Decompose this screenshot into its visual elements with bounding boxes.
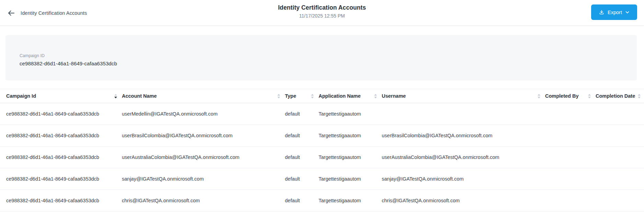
table-row: ce988382-d6d1-46a1-8649-cafaa6353dcbchri…: [0, 190, 644, 212]
table-cell: userMedellin@IGATestQA.onmicrosoft.com: [122, 111, 285, 117]
column-header-label: Username: [382, 93, 406, 99]
table-cell: chris@IGATestQA.onmicrosoft.com: [122, 198, 285, 203]
column-header-username[interactable]: Username: [382, 93, 545, 99]
sort-icon[interactable]: [112, 94, 117, 98]
table-row: ce988382-d6d1-46a1-8649-cafaa6353dcbuser…: [0, 125, 644, 147]
export-button-label: Export: [608, 10, 622, 15]
table-cell: userAustraliaColombia@IGATestQA.onmicros…: [382, 154, 545, 160]
table-cell: ce988382-d6d1-46a1-8649-cafaa6353dcb: [6, 133, 122, 138]
campaign-id-label: Campaign ID: [20, 53, 637, 58]
column-header-completion-date[interactable]: Completion Date: [596, 93, 644, 99]
table-body: ce988382-d6d1-46a1-8649-cafaa6353dcbuser…: [0, 103, 644, 212]
table-cell: sanjay@IGATestQA.onmicrosoft.com: [122, 176, 285, 182]
column-header-label: Type: [285, 93, 296, 99]
column-header-label: Application Name: [319, 93, 360, 99]
table-cell: ce988382-d6d1-46a1-8649-cafaa6353dcb: [6, 154, 122, 160]
sort-icon[interactable]: [275, 94, 280, 98]
column-header-label: Completed By: [545, 93, 579, 99]
sort-icon[interactable]: [585, 94, 591, 98]
column-header-type[interactable]: Type: [285, 93, 319, 99]
table-cell: default: [285, 111, 319, 117]
back-arrow-icon[interactable]: [8, 10, 15, 16]
sort-icon[interactable]: [635, 94, 641, 98]
table-cell: userBrasilColombia@IGATestQA.onmicrosoft…: [382, 133, 545, 138]
page-timestamp: 11/17/2025 12:55 PM: [278, 13, 366, 19]
table-cell: default: [285, 176, 319, 182]
table-cell: Targettestigaautom: [319, 154, 382, 160]
table-cell: Targettestigaautom: [319, 176, 382, 182]
campaign-summary-panel: Campaign ID ce988382-d6d1-46a1-8649-cafa…: [5, 35, 637, 80]
table-cell: sanjay@IGATestQA.onmicrosoft.com: [382, 176, 545, 182]
breadcrumb-label: Identity Certification Accounts: [21, 10, 87, 16]
download-icon: [599, 10, 604, 15]
accounts-table: Campaign IdAccount NameTypeApplication N…: [0, 89, 644, 212]
column-header-campaign-id[interactable]: Campaign Id: [6, 93, 122, 99]
table-row: ce988382-d6d1-46a1-8649-cafaa6353dcbuser…: [0, 147, 644, 168]
column-header-completed-by[interactable]: Completed By: [545, 93, 596, 99]
table-cell: ce988382-d6d1-46a1-8649-cafaa6353dcb: [6, 111, 122, 117]
column-header-application-name[interactable]: Application Name: [319, 93, 382, 99]
title-block: Identity Certification Accounts 11/17/20…: [278, 4, 366, 19]
table-cell: Targettestigaautom: [319, 198, 382, 203]
table-cell: userAustraliaColombia@IGATestQA.onmicros…: [122, 154, 285, 160]
table-cell: Targettestigaautom: [319, 111, 382, 117]
campaign-id-value: ce988382-d6d1-46a1-8649-cafaa6353dcb: [20, 61, 637, 66]
column-header-account-name[interactable]: Account Name: [122, 93, 285, 99]
table-cell: default: [285, 198, 319, 203]
column-header-label: Completion Date: [596, 93, 635, 99]
page-title: Identity Certification Accounts: [278, 4, 366, 11]
table-cell: userBrasilColombia@IGATestQA.onmicrosoft…: [122, 133, 285, 138]
table-row: ce988382-d6d1-46a1-8649-cafaa6353dcbuser…: [0, 103, 644, 125]
sort-icon[interactable]: [308, 94, 314, 98]
table-cell: Targettestigaautom: [319, 133, 382, 138]
sort-icon[interactable]: [371, 94, 377, 98]
table-cell: default: [285, 133, 319, 138]
export-button[interactable]: Export: [591, 4, 637, 20]
chevron-down-icon: [625, 11, 629, 14]
sort-icon[interactable]: [535, 94, 540, 98]
top-bar: Identity Certification Accounts Identity…: [0, 0, 644, 26]
table-cell: ce988382-d6d1-46a1-8649-cafaa6353dcb: [6, 198, 122, 203]
table-cell: ce988382-d6d1-46a1-8649-cafaa6353dcb: [6, 176, 122, 182]
column-header-label: Campaign Id: [6, 93, 36, 99]
table-row: ce988382-d6d1-46a1-8649-cafaa6353dcbsanj…: [0, 168, 644, 190]
column-header-label: Account Name: [122, 93, 157, 99]
table-header-row: Campaign IdAccount NameTypeApplication N…: [0, 89, 644, 103]
back-link[interactable]: Identity Certification Accounts: [8, 0, 87, 26]
table-cell: chris@IGATestQA.onmicrosoft.com: [382, 198, 545, 203]
table-cell: default: [285, 154, 319, 160]
